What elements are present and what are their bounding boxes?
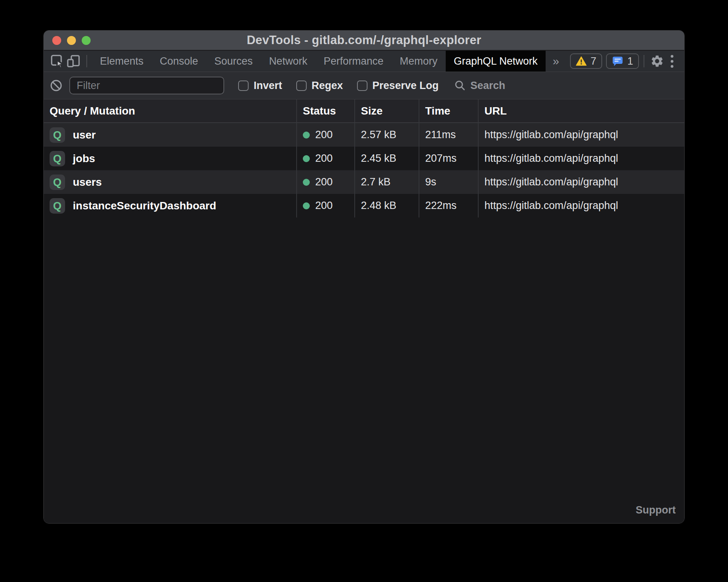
warning-triangle-icon (576, 56, 587, 66)
status-cell: 200 (296, 123, 354, 147)
clear-block-icon[interactable] (50, 79, 62, 92)
titlebar[interactable]: DevTools - gitlab.com/-/graphql-explorer (44, 31, 684, 51)
status-code: 200 (315, 152, 333, 164)
query-type-badge: Q (50, 151, 65, 166)
preserve-log-checkbox-group: Preserve Log (357, 80, 439, 92)
inspect-cursor-icon (50, 53, 65, 69)
table-row[interactable]: Q users 200 2.7 kB 9s https://gitlab.com… (44, 170, 684, 194)
tab-label: Performance (324, 55, 384, 67)
status-cell: 200 (296, 147, 354, 170)
preserve-log-checkbox[interactable] (357, 80, 367, 91)
minimize-window-button[interactable] (67, 36, 76, 45)
column-header-time[interactable]: Time (419, 99, 478, 122)
status-code: 200 (315, 129, 333, 141)
tab-label: Sources (215, 55, 253, 67)
time-cell: 222ms (419, 194, 478, 217)
more-tabs-button[interactable]: » (546, 51, 566, 72)
window-title: DevTools - gitlab.com/-/graphql-explorer (247, 33, 481, 47)
search-label: Search (470, 80, 505, 92)
status-code: 200 (315, 200, 333, 212)
size-cell: 2.45 kB (354, 147, 419, 170)
toolbar-separator (86, 55, 87, 67)
query-cell: Q instanceSecurityDashboard (44, 194, 296, 217)
invert-label: Invert (254, 80, 282, 92)
status-ok-dot-icon (303, 155, 310, 162)
settings-button[interactable] (649, 51, 665, 72)
url-cell: https://gitlab.com/api/graphql (478, 123, 684, 147)
query-type-badge: Q (50, 198, 65, 214)
chevron-double-right-icon: » (553, 55, 559, 68)
column-header-url[interactable]: URL (478, 99, 684, 122)
time-cell: 9s (419, 170, 478, 194)
traffic-lights (52, 31, 91, 50)
query-cell: Q users (44, 170, 296, 194)
tab-label: Network (269, 55, 307, 67)
tab-network[interactable]: Network (261, 51, 316, 72)
search-icon (454, 80, 466, 91)
invert-checkbox[interactable] (238, 80, 249, 91)
devtools-window: DevTools - gitlab.com/-/graphql-explorer… (43, 30, 685, 524)
query-type-badge: Q (50, 127, 65, 143)
url-cell: https://gitlab.com/api/graphql (478, 147, 684, 170)
query-name: jobs (73, 152, 95, 165)
close-window-button[interactable] (52, 36, 61, 45)
tab-performance[interactable]: Performance (316, 51, 392, 72)
table-row[interactable]: Q user 200 2.57 kB 211ms https://gitlab.… (44, 123, 684, 147)
tab-memory[interactable]: Memory (391, 51, 446, 72)
query-cell: Q jobs (44, 147, 296, 170)
tab-label: Console (160, 55, 198, 67)
inspect-element-button[interactable] (49, 51, 65, 72)
toggle-device-toolbar-button[interactable] (65, 51, 82, 72)
column-header-query-mutation[interactable]: Query / Mutation (44, 99, 296, 122)
tab-label: GraphQL Network (454, 55, 538, 67)
search-button[interactable]: Search (454, 80, 505, 92)
support-link[interactable]: Support (636, 504, 676, 516)
tab-sources[interactable]: Sources (206, 51, 261, 72)
message-bubble-icon (612, 56, 623, 67)
query-cell: Q user (44, 123, 296, 147)
filter-input[interactable] (69, 77, 224, 94)
status-ok-dot-icon (303, 132, 310, 139)
table-row[interactable]: Q instanceSecurityDashboard 200 2.48 kB … (44, 194, 684, 217)
warnings-badge[interactable]: 7 (570, 53, 602, 69)
tab-graphql-network[interactable]: GraphQL Network (446, 51, 546, 72)
messages-badge[interactable]: 1 (606, 53, 639, 69)
column-header-status[interactable]: Status (296, 99, 354, 122)
table-header: Query / Mutation Status Size Time URL (44, 99, 684, 123)
gear-icon (650, 54, 664, 68)
query-name: users (73, 176, 102, 188)
device-toolbar-icon (66, 53, 81, 69)
regex-checkbox[interactable] (296, 80, 307, 91)
warning-count: 7 (591, 55, 596, 67)
status-ok-dot-icon (303, 202, 310, 209)
time-cell: 207ms (419, 147, 478, 170)
query-name: instanceSecurityDashboard (73, 200, 216, 212)
size-cell: 2.7 kB (354, 170, 419, 194)
url-cell: https://gitlab.com/api/graphql (478, 170, 684, 194)
column-header-size[interactable]: Size (354, 99, 419, 122)
filter-toolbar: Invert Regex Preserve Log Search (44, 72, 684, 99)
status-cell: 200 (296, 170, 354, 194)
size-cell: 2.48 kB (354, 194, 419, 217)
toolbar-separator (644, 55, 644, 67)
preserve-log-label: Preserve Log (373, 80, 439, 92)
tab-label: Memory (400, 55, 438, 67)
tab-elements[interactable]: Elements (92, 51, 152, 72)
devtools-tab-bar: Elements Console Sources Network Perform… (44, 51, 684, 72)
tab-label: Elements (100, 55, 144, 67)
regex-label: Regex (312, 80, 343, 92)
status-ok-dot-icon (303, 179, 310, 186)
time-cell: 211ms (419, 123, 478, 147)
tab-console[interactable]: Console (152, 51, 206, 72)
url-cell: https://gitlab.com/api/graphql (478, 194, 684, 217)
status-code: 200 (315, 176, 333, 188)
more-options-button[interactable] (665, 51, 679, 72)
size-cell: 2.57 kB (354, 123, 419, 147)
query-name: user (73, 129, 96, 141)
query-type-badge: Q (50, 175, 65, 190)
invert-checkbox-group: Invert (238, 80, 282, 92)
regex-checkbox-group: Regex (296, 80, 343, 92)
table-row[interactable]: Q jobs 200 2.45 kB 207ms https://gitlab.… (44, 147, 684, 170)
status-cell: 200 (296, 194, 354, 217)
zoom-window-button[interactable] (82, 36, 91, 45)
